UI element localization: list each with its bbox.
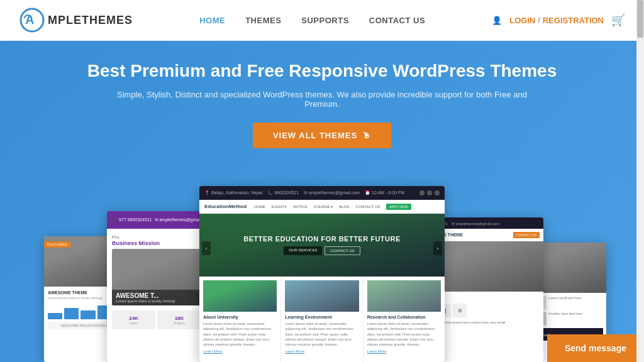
login-label: LOGIN	[509, 16, 535, 25]
section-link-3[interactable]: Learn More	[367, 349, 441, 353]
center-section-3: Research and Collaboration Lorem ipsum d…	[364, 277, 445, 362]
center-section-1: About University Lorem ipsum dolor sit a…	[199, 277, 281, 362]
chart-bar-3	[80, 310, 95, 319]
logo-text: MPLETHEMES	[48, 14, 133, 27]
center-sections: About University Lorem ipsum dolor sit a…	[199, 277, 445, 362]
user-icon: 👤	[492, 16, 502, 25]
section-title-2: Learning Environment	[285, 315, 358, 319]
stat-num-2: 18K	[175, 315, 184, 321]
send-message-button[interactable]: Send message	[547, 334, 644, 362]
center-hero-text: BETTER EDUCATION FOR BETTER FUTURE OUR S…	[243, 235, 401, 255]
nav-themes[interactable]: THEMES	[245, 16, 281, 25]
chart-bar-2	[64, 308, 79, 319]
orange-tag: FEATURED	[44, 241, 70, 248]
cta-icon: 🖱	[362, 131, 371, 140]
main-nav: HOME THEMES SUPPORTS CONTACT US	[199, 16, 425, 25]
theme-card-center: 📍 Balaju, Kathmandu, Nepal 📞 9800324521 …	[199, 186, 445, 362]
topbar-email: ✉ amplethemes@gmail.com	[304, 190, 360, 195]
social-icon-1	[419, 190, 425, 195]
nav-supports[interactable]: SUPPORTS	[301, 16, 349, 25]
center-hero-btns: OUR SERVICES CONTACT US	[243, 246, 401, 255]
cart-icon[interactable]: 🛒	[611, 13, 625, 27]
right-text-1: Lorem ipsum text content here very small	[442, 321, 506, 334]
stat-lbl-1: Users	[130, 321, 138, 325]
section-text-2: Lorem ipsum dolor sit amet, consectetur …	[285, 321, 358, 347]
right-icon-3: ⚙	[453, 304, 467, 317]
section-link-1[interactable]: Learn More	[203, 349, 277, 353]
topbar-location: 📍 Balaju, Kathmandu, Nepal	[204, 190, 262, 195]
nav-contact[interactable]: CONTACT US	[369, 16, 425, 25]
center-hero-title: BETTER EDUCATION FOR BETTER FUTURE	[243, 235, 401, 243]
center-topbar-info: 📍 Balaju, Kathmandu, Nepal 📞 9800324521 …	[204, 190, 404, 195]
center-nav-apply: APPLY NOW	[386, 204, 411, 210]
chart-bar-1	[48, 313, 62, 319]
hero-section: Best Premium and Free Responsive WordPre…	[0, 41, 644, 362]
themes-showcase: FEATURED AWESOME THEME Lorem ipsum dolor…	[25, 167, 619, 362]
center-nav-notice: NOTICE	[291, 205, 310, 209]
stat-lbl-2: Projects	[174, 321, 185, 325]
hero-subtitle: Simple, Stylish, Distinct and specialize…	[108, 90, 536, 109]
center-hero: BETTER EDUCATION FOR BETTER FUTURE OUR S…	[199, 214, 445, 277]
cta-button[interactable]: VIEW ALL THEMES 🖱	[253, 123, 391, 148]
header-right: 👤 LOGIN / REGISTRATION 🛒	[492, 13, 625, 27]
nav-home[interactable]: HOME	[199, 16, 225, 25]
section-img-3	[367, 280, 441, 312]
cta-label: VIEW ALL THEMES	[273, 131, 357, 140]
registration-label: REGISTRATION	[543, 16, 604, 25]
center-hero-btn2: CONTACT US	[325, 246, 360, 255]
svg-text:A: A	[25, 13, 34, 26]
right-topbar-email: ✉ amplethemes@gmail.com	[452, 221, 499, 226]
center-brand: EducationMethod	[204, 204, 247, 209]
center-nav-contact: CONTACT US	[353, 205, 382, 209]
logo: A MPLETHEMES	[19, 7, 133, 33]
center-nav: EducationMethod HOME EVENTS NOTICE COURS…	[199, 200, 445, 214]
section-img-1	[203, 280, 277, 312]
left-header-phone: 📞 977 9800324521	[112, 217, 152, 222]
section-link-2[interactable]: Learn More	[285, 349, 358, 353]
logo-icon: A	[19, 7, 45, 33]
section-title-1: About University	[203, 315, 277, 319]
center-nav-course: COURSE ▾	[311, 204, 335, 209]
right-contact-btn[interactable]: CONTACT US	[513, 232, 540, 238]
stat-block-1: 24K Users	[112, 310, 155, 329]
center-nav-events: EVENTS	[269, 205, 289, 209]
stat-block-2: 18K Projects	[157, 310, 201, 329]
center-nav-blog: BLOG	[336, 205, 352, 209]
center-section-2: Learning Environment Lorem ipsum dolor s…	[281, 277, 363, 362]
scrollbar[interactable]	[636, 0, 644, 362]
login-link[interactable]: LOGIN / REGISTRATION	[509, 16, 604, 25]
header: A MPLETHEMES HOME THEMES SUPPORTS CONTAC…	[0, 0, 644, 41]
topbar-social	[419, 190, 440, 195]
center-hero-btn1: OUR SERVICES	[284, 246, 322, 255]
topbar-phone: 📞 9800324521	[267, 190, 299, 195]
center-nav-home: HOME	[252, 205, 268, 209]
far-right-text-1: Lorem small text here	[548, 296, 582, 310]
section-text-1: Lorem ipsum dolor sit amet, consectetur …	[203, 321, 277, 347]
social-icon-2	[427, 190, 432, 195]
scrollbar-thumb[interactable]	[637, 0, 643, 38]
topbar-hours: ⏰ 10 AM - 6:00 PM	[365, 190, 404, 195]
center-topbar: 📍 Balaju, Kathmandu, Nepal 📞 9800324521 …	[199, 186, 445, 200]
stat-num-1: 24K	[129, 315, 138, 321]
section-img-2	[285, 280, 358, 312]
far-right-text-2: Another item text here	[548, 312, 582, 326]
section-title-3: Research and Collaboration	[367, 315, 441, 319]
separator: /	[538, 16, 540, 25]
hero-title: Best Premium and Free Responsive WordPre…	[87, 60, 557, 82]
social-icon-3	[435, 190, 440, 195]
section-text-3: Lorem ipsum dolor sit amet, consectetur …	[367, 321, 441, 347]
